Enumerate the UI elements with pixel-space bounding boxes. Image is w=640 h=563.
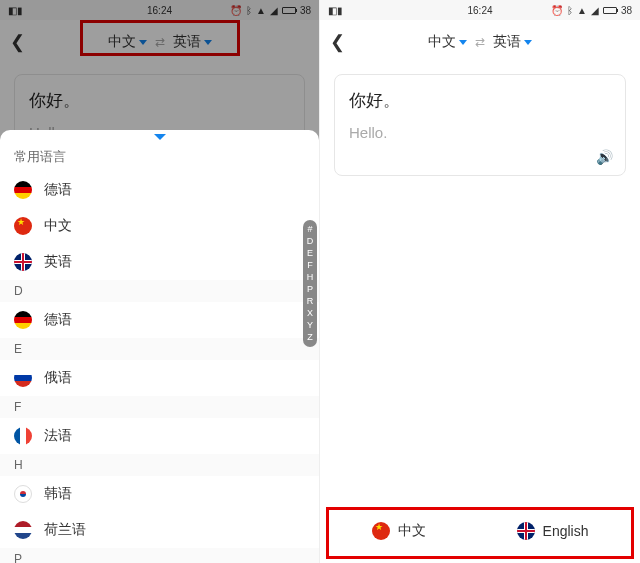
alpha-header: F [0,396,319,418]
language-row[interactable]: 中文 [0,208,319,244]
sheet-collapse-button[interactable] [0,130,319,142]
alpha-header: H [0,454,319,476]
phone-right: ◧▮ 16:24 ⏰ ᛒ ▲ ◢ 38 ❮ 中文 ⇄ 英语 你好。 Hell [320,0,640,563]
index-letter[interactable]: # [307,224,312,235]
content-area-right: 你好。 Hello. 🔊 [320,64,640,563]
language-row[interactable]: 德语 [0,302,319,338]
bottom-right-label: English [543,523,589,539]
index-letter[interactable]: R [307,296,314,307]
index-letter[interactable]: D [307,236,314,247]
language-row[interactable]: 英语 [0,244,319,280]
alpha-header: D [0,280,319,302]
flag-kr-icon [14,485,32,503]
alpha-header: E [0,338,319,360]
language-label: 韩语 [44,485,72,503]
alpha-header: P [0,548,319,563]
index-letter[interactable]: X [307,308,313,319]
bluetooth-icon: ᛒ [567,5,573,16]
phone-left: ◧▮ 16:24 ⏰ ᛒ ▲ ◢ 38 ❮ 中文 ⇄ 英语 你好。 H [0,0,320,563]
status-time: 16:24 [467,5,492,16]
flag-cn-icon [372,522,390,540]
flag-nl-icon [14,521,32,539]
language-label: 德语 [44,181,72,199]
back-button[interactable]: ❮ [330,31,354,53]
flag-de-icon [14,311,32,329]
index-letter[interactable]: Z [307,332,313,343]
language-label: 德语 [44,311,72,329]
alarm-icon: ⏰ [551,5,563,16]
status-notif-icon: ◧▮ [328,5,343,16]
flag-cn-icon [14,217,32,235]
bottom-bar: 中文 English [320,505,640,557]
chevron-down-icon [524,40,532,45]
language-row[interactable]: 韩语 [0,476,319,512]
translation-card: 你好。 Hello. 🔊 [334,74,626,176]
status-bar: ◧▮ 16:24 ⏰ ᛒ ▲ ◢ 38 [320,0,640,20]
language-row[interactable]: 德语 [0,172,319,208]
flag-ru-icon [14,369,32,387]
language-row[interactable]: 俄语 [0,360,319,396]
header-bar: ❮ 中文 ⇄ 英语 [320,20,640,64]
chevron-down-icon [154,134,166,140]
index-letter[interactable]: E [307,248,313,259]
battery-icon [603,7,617,14]
language-label: 法语 [44,427,72,445]
source-language-label: 中文 [428,33,456,51]
index-letter[interactable]: H [307,272,314,283]
target-language-label: 英语 [493,33,521,51]
language-row[interactable]: 荷兰语 [0,512,319,548]
language-list[interactable]: 德语中文英语D德语E俄语F法语H韩语荷兰语P [0,172,319,563]
bottom-left-label: 中文 [398,522,426,540]
index-letter[interactable]: P [307,284,313,295]
language-sheet: 常用语言 德语中文英语D德语E俄语F法语H韩语荷兰语P [0,130,319,563]
index-letter[interactable]: Y [307,320,313,331]
flag-gb-icon [517,522,535,540]
bottom-button-chinese[interactable]: 中文 [354,514,444,548]
language-switch: 中文 ⇄ 英语 [428,33,532,51]
flag-fr-icon [14,427,32,445]
signal-icon: ◢ [591,5,599,16]
frequent-section-label: 常用语言 [0,142,319,172]
speaker-icon[interactable]: 🔊 [596,149,613,165]
wifi-icon: ▲ [577,5,587,16]
battery-percent: 38 [621,5,632,16]
source-text: 你好。 [349,89,611,112]
swap-icon[interactable]: ⇄ [475,35,485,49]
bottom-button-english[interactable]: English [499,514,607,548]
language-label: 俄语 [44,369,72,387]
target-text: Hello. [349,124,611,141]
language-row[interactable]: 法语 [0,418,319,454]
flag-de-icon [14,181,32,199]
alphabet-index-rail[interactable]: #DEFHPRXYZ [303,220,317,347]
language-label: 中文 [44,217,72,235]
source-language-button[interactable]: 中文 [428,33,467,51]
index-letter[interactable]: F [307,260,313,271]
language-label: 英语 [44,253,72,271]
target-language-button[interactable]: 英语 [493,33,532,51]
flag-gb-icon [14,253,32,271]
language-label: 荷兰语 [44,521,86,539]
chevron-down-icon [459,40,467,45]
